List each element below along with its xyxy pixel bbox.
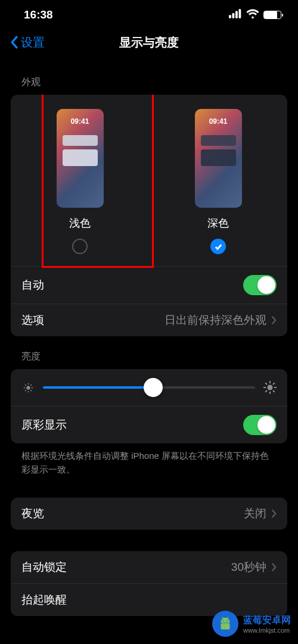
svg-point-13 [268,385,273,390]
auto-lock-value: 30秒钟 [231,559,266,575]
svg-rect-3 [239,9,241,18]
slider-thumb[interactable] [144,378,163,397]
svg-line-26 [227,617,228,619]
auto-appearance-row[interactable]: 自动 [11,266,287,304]
status-time: 16:38 [24,8,53,21]
svg-rect-0 [229,15,231,18]
light-radio[interactable] [72,239,88,254]
night-shift-value: 关闭 [244,506,266,521]
svg-line-9 [25,384,26,386]
raise-to-wake-label: 抬起唤醒 [21,592,67,608]
svg-rect-1 [232,13,235,18]
auto-lock-row[interactable]: 自动锁定 30秒钟 [11,551,287,583]
svg-line-18 [265,383,267,384]
appearance-light-option[interactable]: 09:41 浅色 [11,109,149,254]
chevron-right-icon [271,509,277,518]
night-shift-label: 夜览 [21,506,44,521]
lock-group: 自动锁定 30秒钟 抬起唤醒 [11,551,287,616]
back-button[interactable]: 设置 [10,35,45,51]
watermark-url: www.lmkjst.com [243,627,291,634]
section-header-brightness: 亮度 [0,336,298,369]
sun-small-icon [21,381,35,394]
auto-toggle[interactable] [243,275,277,295]
brightness-slider[interactable] [43,386,255,389]
true-tone-row[interactable]: 原彩显示 [11,406,287,443]
nav-bar: 设置 显示与亮度 [0,26,298,62]
status-bar: 16:38 [0,0,298,26]
page-title: 显示与亮度 [0,35,298,51]
slider-fill [43,386,153,389]
night-shift-row[interactable]: 夜览 关闭 [11,498,287,530]
watermark-logo [212,611,238,637]
sun-large-icon [263,381,277,394]
options-value: 日出前保持深色外观 [164,312,266,328]
battery-icon [263,11,281,19]
dark-label: 深色 [207,216,229,230]
chevron-right-icon [271,562,277,572]
svg-line-11 [30,384,32,386]
svg-point-23 [226,620,228,621]
light-preview: 09:41 [57,109,104,208]
watermark-text: 蓝莓安卓网 www.lmkjst.com [243,614,291,634]
night-shift-group: 夜览 关闭 [11,498,287,530]
appearance-options: 09:41 浅色 09:41 深色 [11,95,287,266]
brightness-group: 原彩显示 [11,369,287,443]
svg-line-10 [30,390,32,391]
chevron-left-icon [10,36,18,49]
dark-preview: 09:41 [195,109,242,208]
svg-line-19 [273,390,275,392]
appearance-options-row[interactable]: 选项 日出前保持深色外观 [11,304,287,336]
svg-line-25 [222,617,223,619]
watermark: 蓝莓安卓网 www.lmkjst.com [212,611,291,637]
svg-point-22 [223,620,224,621]
svg-rect-2 [235,11,238,18]
watermark-title: 蓝莓安卓网 [243,614,291,627]
true-tone-toggle[interactable] [243,415,277,435]
svg-rect-24 [221,623,230,629]
signal-icon [229,8,242,21]
dark-radio[interactable] [210,239,226,254]
options-label: 选项 [21,312,44,328]
auto-lock-label: 自动锁定 [21,559,67,575]
section-header-appearance: 外观 [0,62,298,95]
appearance-dark-option[interactable]: 09:41 深色 [149,109,287,254]
preview-time: 09:41 [57,117,104,126]
preview-time: 09:41 [195,117,242,126]
svg-line-20 [273,383,275,384]
back-label: 设置 [21,35,45,51]
appearance-group: 09:41 浅色 09:41 深色 自动 选项 日出前保持深色外观 [11,95,287,336]
svg-line-21 [265,390,267,392]
svg-line-12 [25,390,26,391]
status-icons [229,8,281,21]
light-label: 浅色 [69,216,91,230]
true-tone-label: 原彩显示 [21,417,67,433]
auto-label: 自动 [21,277,44,293]
true-tone-help: 根据环境光线条件自动调整 iPhone 屏幕以在不同环境下保持色彩显示一致。 [0,443,298,476]
brightness-slider-row [11,369,287,406]
chevron-right-icon [271,315,277,325]
svg-point-4 [26,386,30,389]
wifi-icon [246,8,259,21]
